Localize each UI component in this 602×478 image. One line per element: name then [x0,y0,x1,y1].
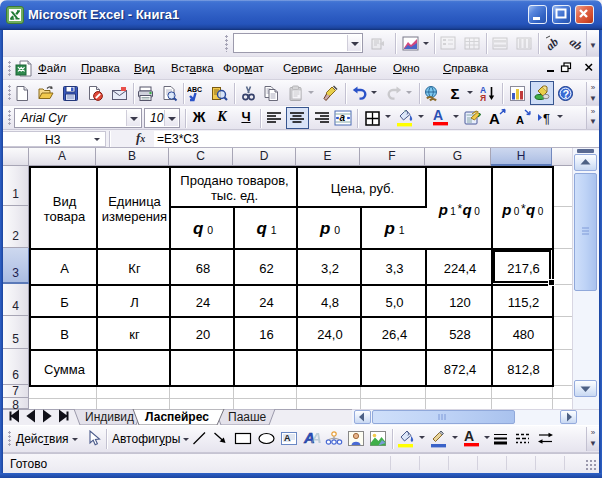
svg-text:?: ? [563,88,570,100]
svg-text:A: A [489,110,500,127]
svg-text:ab: ab [568,35,585,52]
svg-text:A: A [433,107,443,123]
svg-text:A: A [310,429,321,446]
svg-text:a: a [340,112,346,123]
svg-text:ABC: ABC [187,86,202,93]
svg-text:A: A [284,433,291,443]
svg-text:Σ: Σ [451,85,460,102]
svg-text:A: A [464,428,474,444]
svg-text:A: A [516,114,524,126]
svg-text:Индивид: Индивид [85,410,134,424]
svg-text:Пааше: Пааше [228,410,267,424]
svg-text:Ласпейрес: Ласпейрес [145,410,209,424]
svg-text:Я: Я [480,93,486,102]
svg-text:¶: ¶ [543,111,550,126]
